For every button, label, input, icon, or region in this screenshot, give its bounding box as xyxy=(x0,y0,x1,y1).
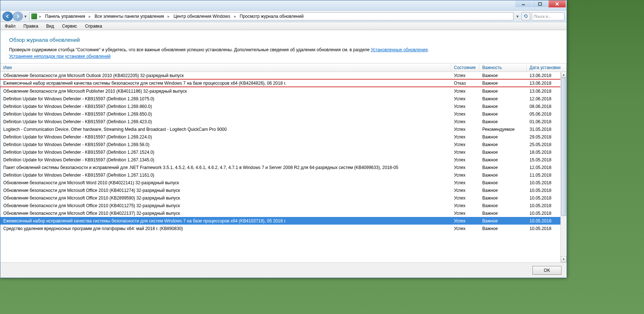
table-row[interactable]: Definition Update for Windows Defender -… xyxy=(0,156,567,164)
cell-name: Средство удаления вредоносных программ д… xyxy=(0,225,451,232)
chevron-right-icon: ▸ xyxy=(88,14,92,19)
menu-help[interactable]: Справка xyxy=(84,23,104,29)
cell-importance: Важное xyxy=(479,149,527,156)
table-row[interactable]: Definition Update for Windows Defender -… xyxy=(0,118,567,125)
cell-name: Definition Update for Windows Defender -… xyxy=(0,103,451,110)
cell-state: Успех xyxy=(451,103,479,110)
cell-importance: Важное xyxy=(479,172,527,178)
cell-name: Logitech - Communication Device, Other h… xyxy=(0,126,451,133)
table-row[interactable]: Definition Update for Windows Defender -… xyxy=(0,133,567,141)
cell-importance: Важное xyxy=(479,88,527,94)
scroll-up-button[interactable]: ▲ xyxy=(561,72,567,78)
table-row[interactable]: Definition Update for Windows Defender -… xyxy=(0,171,567,179)
svg-rect-0 xyxy=(522,4,525,5)
cell-state: Успех xyxy=(451,134,479,140)
column-header-state[interactable]: Состояние xyxy=(451,64,479,72)
cell-name: Definition Update for Windows Defender -… xyxy=(0,134,451,140)
breadcrumb-item[interactable]: Панель управления xyxy=(44,13,86,20)
breadcrumb-bar[interactable]: ▸ Панель управления ▸ Все элементы панел… xyxy=(29,12,514,20)
chevron-right-icon: ▸ xyxy=(233,14,237,19)
table-row[interactable]: Обновление безопасности для Microsoft Ou… xyxy=(0,72,567,80)
cell-importance: Важное xyxy=(479,210,527,217)
chevron-right-icon: ▸ xyxy=(167,14,170,19)
cell-state: Успех xyxy=(451,72,479,79)
cell-importance: Важное xyxy=(479,118,527,125)
ok-button[interactable]: OK xyxy=(532,266,562,275)
page-title: Обзор журнала обновлений xyxy=(9,37,558,43)
cell-state: Успех xyxy=(451,157,479,163)
column-header-name[interactable]: Имя xyxy=(0,64,451,72)
cell-state: Успех xyxy=(451,111,479,117)
table-row[interactable]: Definition Update for Windows Defender -… xyxy=(0,102,567,110)
cell-state: Успех xyxy=(451,88,479,94)
breadcrumb-item[interactable]: Просмотр журнала обновлений xyxy=(238,13,305,20)
table-body: Обновление безопасности для Microsoft Ou… xyxy=(0,72,567,232)
table-row[interactable]: Обновление безопасности для Microsoft Of… xyxy=(0,186,567,194)
breadcrumb-item[interactable]: Центр обновления Windows xyxy=(172,13,232,20)
table-row[interactable]: Обновление безопасности для Microsoft Of… xyxy=(0,209,567,217)
cell-state: Успех xyxy=(451,218,479,224)
maximize-button[interactable] xyxy=(532,0,548,8)
cell-state: Успех xyxy=(451,187,479,194)
nav-history-dropdown[interactable]: ▾ xyxy=(23,12,28,21)
scroll-down-button[interactable]: ▼ xyxy=(561,256,567,262)
scroll-thumb[interactable] xyxy=(561,78,566,216)
installed-updates-link[interactable]: Установленные обновления xyxy=(371,47,427,52)
column-header-date[interactable]: Дата установки xyxy=(527,64,567,72)
cell-name: Definition Update for Windows Defender -… xyxy=(0,141,451,148)
table-row[interactable]: Обновление безопасности для Microsoft Of… xyxy=(0,194,567,202)
cell-name: Обновление безопасности для Microsoft Of… xyxy=(0,210,451,217)
cell-importance: Важное xyxy=(479,134,527,140)
refresh-button[interactable] xyxy=(522,12,530,20)
table-row[interactable]: Definition Update for Windows Defender -… xyxy=(0,141,567,148)
arrow-right-icon xyxy=(15,14,20,19)
column-header-importance[interactable]: Важность xyxy=(479,64,527,72)
arrow-left-icon xyxy=(5,14,10,19)
table-row[interactable]: Обновление безопасности для Microsoft Of… xyxy=(0,202,567,209)
refresh-icon xyxy=(523,14,528,19)
menu-view[interactable]: Вид xyxy=(45,23,56,29)
table-row[interactable]: Definition Update for Windows Defender -… xyxy=(0,95,567,102)
menu-edit[interactable]: Правка xyxy=(22,23,40,29)
cell-state: Успех xyxy=(451,180,479,186)
cell-importance: Важное xyxy=(479,187,527,194)
table-row[interactable]: Средство удаления вредоносных программ д… xyxy=(0,225,567,232)
cell-importance: Важное xyxy=(479,111,527,117)
cell-name: Definition Update for Windows Defender -… xyxy=(0,149,451,156)
cell-state: Успех xyxy=(451,225,479,232)
cell-name: Definition Update for Windows Defender -… xyxy=(0,96,451,102)
maximize-icon xyxy=(538,2,542,6)
forward-button[interactable] xyxy=(13,12,23,21)
cell-name: Definition Update for Windows Defender -… xyxy=(0,111,451,117)
cell-state: Успех xyxy=(451,164,479,171)
cell-name: Обновление безопасности для Microsoft Ou… xyxy=(0,72,451,79)
menu-service[interactable]: Сервис xyxy=(61,23,79,29)
cell-name: Обновление безопасности для Microsoft Of… xyxy=(0,202,451,209)
search-placeholder: Поиск в... xyxy=(534,14,551,19)
address-dropdown[interactable]: ▾ xyxy=(515,12,520,21)
table-row[interactable]: Definition Update for Windows Defender -… xyxy=(0,148,567,156)
table-row[interactable]: Обновление безопасности для Microsoft Pu… xyxy=(0,87,567,95)
cell-name: Ежемесячный набор исправлений качества с… xyxy=(0,80,451,86)
back-button[interactable] xyxy=(3,12,13,21)
cell-name: Обновление безопасности для Microsoft Of… xyxy=(0,187,451,194)
cell-importance: Важное xyxy=(479,80,527,86)
update-table: Имя Состояние Важность Дата установки Об… xyxy=(0,63,567,262)
table-row[interactable]: Definition Update for Windows Defender -… xyxy=(0,110,567,118)
troubleshoot-link[interactable]: Устранение неполадок при установке обнов… xyxy=(9,54,110,59)
table-row[interactable]: Ежемесячный набор исправлений качества с… xyxy=(0,217,567,225)
table-row[interactable]: Пакет обновлений системы безопасности и … xyxy=(0,164,567,171)
cell-importance: Важное xyxy=(479,225,527,232)
menubar: Файл Правка Вид Сервис Справка xyxy=(0,22,567,30)
close-button[interactable] xyxy=(548,0,566,8)
cell-name: Обновление безопасности для Microsoft Wo… xyxy=(0,180,451,186)
close-icon xyxy=(555,2,559,6)
cell-state: Успех xyxy=(451,202,479,209)
table-row[interactable]: Ежемесячный набор исправлений качества с… xyxy=(0,80,567,87)
search-input[interactable]: Поиск в... xyxy=(532,12,564,20)
minimize-button[interactable] xyxy=(515,0,532,8)
table-row[interactable]: Обновление безопасности для Microsoft Wo… xyxy=(0,179,567,186)
table-row[interactable]: Logitech - Communication Device, Other h… xyxy=(0,125,567,133)
menu-file[interactable]: Файл xyxy=(3,23,17,29)
breadcrumb-item[interactable]: Все элементы панели управления xyxy=(93,13,165,20)
